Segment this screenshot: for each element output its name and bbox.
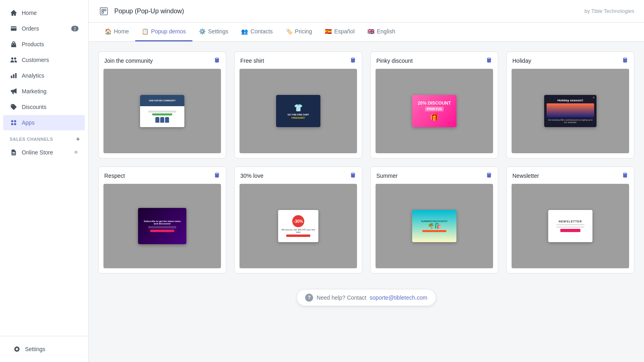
card-free-shirt-copy-button[interactable] xyxy=(350,57,356,65)
card-summer-copy-button[interactable] xyxy=(486,172,492,180)
sidebar-item-discounts[interactable]: Discounts xyxy=(3,99,85,115)
sidebar-item-label-analytics: Analytics xyxy=(22,72,44,79)
holiday-popup-mockup: ✕ Holiday season!! Get amazing offers an… xyxy=(544,95,597,127)
community-popup-mockup: JOIN OUR BIG COMMUNITY xyxy=(140,95,184,127)
main-content: Popup (Pop-Up window) by Tible Technolog… xyxy=(89,0,644,362)
sidebar-item-home[interactable]: Home xyxy=(3,5,85,21)
card-pinky-discount-copy-button[interactable] xyxy=(486,57,492,65)
respect-popup-mockup: Subscribe to get the latest news and dis… xyxy=(138,208,186,244)
tab-espanol-flag: 🇪🇸 xyxy=(325,28,332,35)
card-newsletter-preview: NEWSLETTER xyxy=(512,184,629,268)
card-30-love: 30% love -30% We love you. Get 30% OFF y… xyxy=(234,167,362,274)
shirt-popup-mockup: 👕 GET ONE FREE SHIRT FREESHIRT xyxy=(276,95,320,127)
tab-home[interactable]: 🏠 Home xyxy=(98,23,135,41)
tab-contacts-icon: 👥 xyxy=(241,28,248,35)
sidebar-item-analytics[interactable]: Analytics xyxy=(3,68,85,83)
card-join-community-copy-button[interactable] xyxy=(214,57,220,65)
sales-channels-header: SALES CHANNELS + xyxy=(0,131,88,144)
card-respect-title: Respect xyxy=(104,173,125,179)
sidebar-item-label-customers: Customers xyxy=(22,57,49,63)
card-30-love-copy-button[interactable] xyxy=(350,172,356,180)
tab-espanol[interactable]: 🇪🇸 Español xyxy=(318,23,361,41)
sidebar-item-settings[interactable]: Settings xyxy=(6,341,82,357)
tab-english[interactable]: 🇬🇧 English xyxy=(361,23,402,41)
sidebar-item-label-apps: Apps xyxy=(22,119,35,126)
orders-badge: 2 xyxy=(71,26,78,31)
sidebar-item-label-discounts: Discounts xyxy=(22,104,46,110)
add-sales-channel-button[interactable]: + xyxy=(74,136,82,143)
customers-icon xyxy=(10,56,18,64)
tab-pricing[interactable]: 🏷️ Pricing xyxy=(279,23,319,41)
sidebar-item-label-marketing: Marketing xyxy=(22,88,46,95)
tab-contacts-label: Contacts xyxy=(250,28,272,35)
card-respect-copy-button[interactable] xyxy=(214,172,220,180)
tab-settings[interactable]: ⚙️ Settings xyxy=(192,23,235,41)
card-holiday-copy-button[interactable] xyxy=(622,57,628,65)
card-holiday: Holiday ✕ Holiday season!! Get amazing o… xyxy=(506,51,634,158)
card-free-shirt-header: Free shirt xyxy=(235,52,362,69)
card-newsletter-copy-button[interactable] xyxy=(622,172,628,180)
tab-settings-label: Settings xyxy=(208,28,229,35)
sidebar-item-marketing[interactable]: Marketing xyxy=(3,84,85,99)
tab-pricing-icon: 🏷️ xyxy=(286,28,293,35)
sidebar-nav: Home Orders 2 Products Customers A xyxy=(0,0,88,336)
card-holiday-header: Holiday xyxy=(507,52,634,69)
help-icon: ? xyxy=(305,294,313,302)
sidebar-item-orders[interactable]: Orders 2 xyxy=(3,21,85,36)
pinky-popup-mockup: 20% DISCOUNT PINKY20 🎁 xyxy=(412,95,456,127)
card-summer: Summer SUMMER DISCOUNTS! 🌴🛍️ xyxy=(370,167,498,274)
card-free-shirt-preview: 👕 GET ONE FREE SHIRT FREESHIRT xyxy=(239,69,357,153)
cards-grid-row2: Respect Subscribe to get the latest news… xyxy=(98,167,634,274)
tab-pricing-label: Pricing xyxy=(295,28,312,35)
card-newsletter-header: Newsletter xyxy=(507,167,634,184)
online-store-label: Online Store xyxy=(22,149,53,156)
sidebar-item-online-store[interactable]: Online Store 👁 xyxy=(3,145,85,160)
tab-home-label: Home xyxy=(114,28,129,35)
sidebar-item-label-orders: Orders xyxy=(22,25,39,32)
card-30-love-header: 30% love xyxy=(235,167,362,184)
card-free-shirt-title: Free shirt xyxy=(240,58,264,64)
card-summer-title: Summer xyxy=(376,173,398,179)
apps-icon xyxy=(10,119,18,127)
svg-rect-2 xyxy=(104,9,106,11)
sidebar-item-apps[interactable]: Apps xyxy=(3,115,85,130)
card-free-shirt: Free shirt 👕 GET ONE FREE SHIRT FREESHIR… xyxy=(234,51,362,158)
app-title: Popup (Pop-Up window) xyxy=(114,8,580,15)
newsletter-popup-mockup: NEWSLETTER xyxy=(548,210,592,242)
settings-label: Settings xyxy=(25,346,45,352)
card-holiday-preview: ✕ Holiday season!! Get amazing offers an… xyxy=(512,69,629,153)
tab-home-icon: 🏠 xyxy=(105,28,111,35)
help-bubble: ? Need help? Contact soporte@tibletech.c… xyxy=(297,290,435,306)
orders-icon xyxy=(10,25,18,33)
settings-icon xyxy=(13,345,21,353)
card-respect: Respect Subscribe to get the latest news… xyxy=(98,167,226,274)
tab-english-label: English xyxy=(377,28,395,35)
help-email-link[interactable]: soporte@tibletech.com xyxy=(369,294,427,301)
love-popup-mockup: -30% We love you. Get 30% OFF your next … xyxy=(278,210,318,242)
sidebar-item-label-home: Home xyxy=(22,10,37,16)
app-header: Popup (Pop-Up window) by Tible Technolog… xyxy=(89,0,644,23)
tab-contacts[interactable]: 👥 Contacts xyxy=(235,23,279,41)
tab-popup-demos[interactable]: 📋 Popup demos xyxy=(135,23,192,41)
card-join-community-preview: JOIN OUR BIG COMMUNITY xyxy=(103,69,221,153)
tabs-bar: 🏠 Home 📋 Popup demos ⚙️ Settings 👥 Conta… xyxy=(89,23,644,42)
sidebar-item-products[interactable]: Products xyxy=(3,37,85,52)
svg-rect-3 xyxy=(102,12,103,13)
help-text: Need help? Contact xyxy=(316,294,366,301)
discounts-icon xyxy=(10,103,18,111)
tab-english-flag: 🇬🇧 xyxy=(367,28,374,35)
app-by: by Tible Technologies xyxy=(584,8,634,14)
card-newsletter: Newsletter NEWSLETTER xyxy=(506,167,634,274)
tab-popup-demos-icon: 📋 xyxy=(142,28,149,35)
tab-espanol-label: Español xyxy=(334,28,355,35)
card-pinky-discount-header: Pinky discount xyxy=(371,52,498,69)
card-30-love-preview: -30% We love you. Get 30% OFF your next … xyxy=(239,184,357,268)
card-pinky-discount: Pinky discount 20% DISCOUNT PINKY20 🎁 xyxy=(370,51,498,158)
online-store-visibility-icon: 👁 xyxy=(74,150,78,155)
card-summer-header: Summer xyxy=(371,167,498,184)
online-store-icon xyxy=(10,148,18,156)
svg-rect-1 xyxy=(102,9,103,11)
tab-popup-demos-label: Popup demos xyxy=(151,28,186,35)
sidebar-item-customers[interactable]: Customers xyxy=(3,52,85,68)
help-footer: ? Need help? Contact soporte@tibletech.c… xyxy=(98,282,634,314)
